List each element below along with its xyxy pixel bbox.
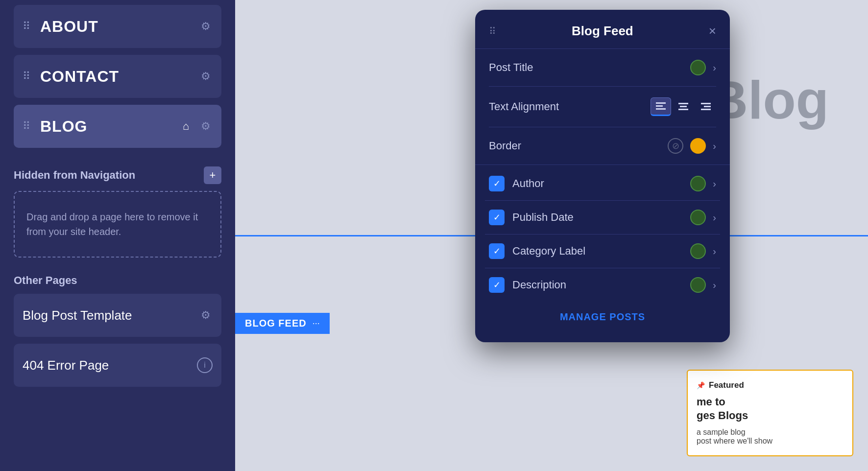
sidebar-item-label-about: ABOUT (40, 18, 98, 36)
dialog-section-separator (475, 165, 730, 165)
gear-icon-blog-post-template[interactable]: ⚙ (199, 307, 213, 324)
description-chevron[interactable]: › (713, 280, 716, 291)
page-item-label-404-error-page: 404 Error Page (23, 358, 109, 373)
sidebar-item-blog[interactable]: ⠿ BLOG ⌂ ⚙ (14, 105, 221, 148)
category-label-checkbox[interactable]: ✓ (489, 243, 505, 259)
align-center-button[interactable] (673, 97, 694, 116)
border-color-circle[interactable] (690, 138, 706, 154)
blog-feed-bar-label: BLOG FEED (245, 318, 307, 329)
author-controls: › (690, 176, 716, 191)
dialog-close-button[interactable]: × (709, 24, 716, 39)
main-content: Blog BLOG FEED ··· 📌 Featured me toges B… (235, 0, 868, 471)
align-left-button[interactable] (651, 97, 671, 116)
svg-rect-1 (656, 105, 663, 107)
drag-handle-about[interactable]: ⠿ (23, 20, 30, 33)
description-color-circle[interactable] (690, 277, 706, 293)
drop-zone: Drag and drop a page here to remove it f… (14, 191, 221, 258)
category-label-label: Category Label (512, 245, 682, 258)
sidebar: ⠿ ABOUT ⚙ ⠿ CONTACT ⚙ ⠿ BLOG ⌂ ⚙ Hidden … (0, 0, 235, 471)
checkbox-row-publish-date: ✓ Publish Date › (485, 201, 720, 235)
gear-icon-about[interactable]: ⚙ (199, 18, 213, 35)
post-title-chevron[interactable]: › (713, 62, 716, 73)
publish-date-chevron[interactable]: › (713, 212, 716, 223)
author-label: Author (512, 177, 682, 190)
svg-rect-2 (656, 108, 666, 110)
description-controls: › (690, 277, 716, 293)
checkbox-row-author: ✓ Author › (485, 167, 720, 201)
drag-handle-contact[interactable]: ⠿ (23, 70, 30, 83)
dialog-top-section: Post Title › Text Alignment (475, 49, 730, 165)
dialog-drag-handle[interactable]: ⠿ (489, 25, 496, 37)
blog-feed-dialog-overlay: ⠿ Blog Feed × Post Title › Text Alignmen… (475, 10, 730, 342)
border-label: Border (489, 140, 521, 152)
sidebar-item-blog-post-template[interactable]: Blog Post Template ⚙ (14, 294, 221, 337)
svg-rect-0 (656, 102, 666, 104)
checkbox-row-category-label: ✓ Category Label › (485, 235, 720, 268)
info-icon-404-error-page[interactable]: i (197, 357, 213, 373)
gear-icon-blog[interactable]: ⚙ (199, 118, 213, 135)
publish-date-color-circle[interactable] (690, 210, 706, 225)
svg-rect-7 (704, 106, 711, 107)
post-title-color-circle[interactable] (690, 60, 706, 75)
publish-date-checkbox[interactable]: ✓ (489, 210, 505, 225)
category-label-controls: › (690, 243, 716, 259)
featured-label: Featured (709, 380, 744, 390)
dialog-row-post-title: Post Title › (489, 49, 716, 87)
category-label-chevron[interactable]: › (713, 246, 716, 257)
dialog-row-text-alignment: Text Alignment (489, 87, 716, 127)
svg-rect-3 (678, 103, 688, 104)
publish-date-controls: › (690, 210, 716, 225)
add-hidden-nav-button[interactable]: + (204, 166, 221, 184)
drag-handle-blog[interactable]: ⠿ (23, 120, 30, 133)
post-title-controls: › (690, 60, 716, 75)
author-chevron[interactable]: › (713, 178, 716, 189)
svg-rect-6 (701, 103, 711, 104)
other-pages-title: Other Pages (14, 274, 221, 287)
dialog-checkbox-section: ✓ Author › ✓ Publish Date › (475, 167, 730, 302)
featured-heading: me toges Blogs (697, 395, 844, 423)
border-no-entry-icon[interactable]: ⊘ (668, 138, 683, 154)
border-controls: ⊘ › (668, 138, 716, 154)
svg-rect-8 (701, 109, 711, 110)
dialog-title: Blog Feed (496, 24, 709, 39)
svg-rect-5 (678, 109, 688, 110)
manage-posts-button[interactable]: MANAGE POSTS (475, 306, 730, 328)
sidebar-item-label-contact: CONTACT (40, 68, 119, 86)
text-alignment-controls (651, 97, 716, 116)
align-right-button[interactable] (696, 97, 716, 116)
description-checkbox[interactable]: ✓ (489, 277, 505, 293)
text-alignment-label: Text Alignment (489, 100, 559, 113)
page-item-label-blog-post-template: Blog Post Template (23, 308, 132, 323)
featured-card: 📌 Featured me toges Blogs a sample blogp… (687, 370, 853, 456)
sidebar-item-404-error-page[interactable]: 404 Error Page i (14, 344, 221, 387)
featured-description: a sample blogpost where we'll show (697, 428, 844, 446)
description-label: Description (512, 279, 682, 291)
author-color-circle[interactable] (690, 176, 706, 191)
checkbox-row-description: ✓ Description › (485, 268, 720, 302)
publish-date-label: Publish Date (512, 211, 682, 224)
blog-feed-dialog: ⠿ Blog Feed × Post Title › Text Alignmen… (475, 10, 730, 342)
category-label-color-circle[interactable] (690, 243, 706, 259)
author-checkbox[interactable]: ✓ (489, 176, 505, 191)
blog-feed-bar[interactable]: BLOG FEED ··· (235, 313, 330, 334)
dialog-header: ⠿ Blog Feed × (475, 10, 730, 49)
post-title-label: Post Title (489, 61, 533, 74)
dialog-row-border: Border ⊘ › (489, 127, 716, 165)
sidebar-item-contact[interactable]: ⠿ CONTACT ⚙ (14, 55, 221, 98)
sidebar-item-label-blog: BLOG (40, 118, 87, 136)
home-icon-blog[interactable]: ⌂ (181, 118, 191, 135)
align-buttons (651, 97, 716, 116)
sidebar-item-about[interactable]: ⠿ ABOUT ⚙ (14, 5, 221, 48)
border-chevron[interactable]: › (713, 141, 716, 152)
hidden-nav-section-title: Hidden from Navigation + (14, 166, 221, 184)
gear-icon-contact[interactable]: ⚙ (199, 68, 213, 85)
blog-feed-options-icon[interactable]: ··· (313, 318, 320, 329)
svg-rect-4 (680, 106, 687, 107)
